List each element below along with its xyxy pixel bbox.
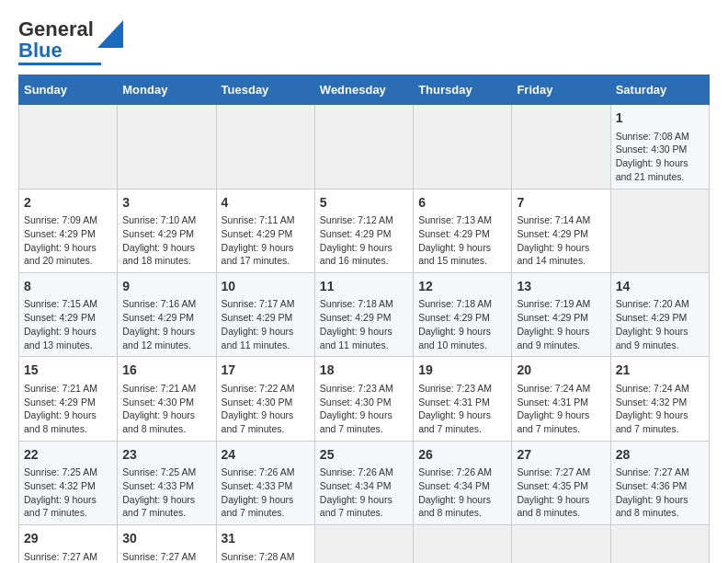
calendar-cell: 9 Sunrise: 7:16 AMSunset: 4:29 PMDayligh… xyxy=(118,272,216,356)
calendar-table: SundayMondayTuesdayWednesdayThursdayFrid… xyxy=(18,75,710,563)
day-info: Sunrise: 7:10 AMSunset: 4:29 PMDaylight:… xyxy=(122,213,210,268)
logo-blue: Blue xyxy=(18,39,63,62)
day-info: Sunrise: 7:22 AMSunset: 4:30 PMDaylight:… xyxy=(222,382,310,436)
calendar-cell xyxy=(314,524,413,563)
day-number: 25 xyxy=(320,446,408,465)
calendar-cell: 3 Sunrise: 7:10 AMSunset: 4:29 PMDayligh… xyxy=(118,189,216,272)
day-number: 16 xyxy=(122,362,210,380)
day-info: Sunrise: 7:23 AMSunset: 4:31 PMDaylight:… xyxy=(418,382,506,436)
day-number: 18 xyxy=(320,362,408,380)
calendar-row: 8 Sunrise: 7:15 AMSunset: 4:29 PMDayligh… xyxy=(19,272,710,356)
day-info: Sunrise: 7:20 AMSunset: 4:29 PMDaylight:… xyxy=(616,297,704,351)
calendar-cell: 20 Sunrise: 7:24 AMSunset: 4:31 PMDaylig… xyxy=(512,357,610,441)
calendar-cell: 6 Sunrise: 7:13 AMSunset: 4:29 PMDayligh… xyxy=(414,189,512,272)
day-info: Sunrise: 7:21 AMSunset: 4:29 PMDaylight:… xyxy=(24,382,112,436)
day-info: Sunrise: 7:18 AMSunset: 4:29 PMDaylight:… xyxy=(418,297,506,351)
calendar-cell: 21 Sunrise: 7:24 AMSunset: 4:32 PMDaylig… xyxy=(610,357,709,441)
day-number: 12 xyxy=(418,278,506,296)
calendar-cell: 1 Sunrise: 7:08 AMSunset: 4:30 PMDayligh… xyxy=(610,105,709,189)
day-number: 4 xyxy=(222,194,310,213)
day-number: 10 xyxy=(222,278,310,296)
calendar-cell: 18 Sunrise: 7:23 AMSunset: 4:30 PMDaylig… xyxy=(314,357,413,441)
calendar-cell: 31 Sunrise: 7:28 AMSunset: 4:38 PMDaylig… xyxy=(216,524,314,563)
day-info: Sunrise: 7:21 AMSunset: 4:30 PMDaylight:… xyxy=(122,382,210,436)
calendar-cell: 29 Sunrise: 7:27 AMSunset: 4:37 PMDaylig… xyxy=(19,524,118,563)
calendar-cell xyxy=(610,524,709,563)
empty-cell xyxy=(512,105,610,189)
day-number: 21 xyxy=(616,362,704,380)
day-info: Sunrise: 7:25 AMSunset: 4:32 PMDaylight:… xyxy=(24,465,112,520)
calendar-cell: 2 Sunrise: 7:09 AMSunset: 4:29 PMDayligh… xyxy=(19,189,118,272)
day-number: 14 xyxy=(616,278,704,296)
calendar-cell xyxy=(512,524,610,563)
day-info: Sunrise: 7:15 AMSunset: 4:29 PMDaylight:… xyxy=(24,297,112,351)
day-info: Sunrise: 7:18 AMSunset: 4:29 PMDaylight:… xyxy=(320,297,408,351)
day-number: 23 xyxy=(122,446,210,465)
day-number: 22 xyxy=(24,446,112,465)
day-info: Sunrise: 7:08 AMSunset: 4:30 PMDaylight:… xyxy=(616,130,704,184)
calendar-cell: 10 Sunrise: 7:17 AMSunset: 4:29 PMDaylig… xyxy=(216,272,314,356)
calendar-cell: 30 Sunrise: 7:27 AMSunset: 4:37 PMDaylig… xyxy=(118,524,216,563)
calendar-cell: 14 Sunrise: 7:20 AMSunset: 4:29 PMDaylig… xyxy=(610,272,709,356)
header-wednesday: Wednesday xyxy=(314,75,413,105)
calendar-cell: 12 Sunrise: 7:18 AMSunset: 4:29 PMDaylig… xyxy=(414,272,512,356)
day-number: 30 xyxy=(122,530,210,548)
calendar-cell: 27 Sunrise: 7:27 AMSunset: 4:35 PMDaylig… xyxy=(512,441,610,524)
day-number: 26 xyxy=(418,446,506,465)
logo: General Blue xyxy=(18,18,123,65)
calendar-cell: 26 Sunrise: 7:26 AMSunset: 4:34 PMDaylig… xyxy=(414,441,512,524)
logo-general: General xyxy=(18,17,94,40)
day-info: Sunrise: 7:27 AMSunset: 4:36 PMDaylight:… xyxy=(616,465,704,520)
day-info: Sunrise: 7:14 AMSunset: 4:29 PMDaylight:… xyxy=(517,213,605,268)
calendar-cell: 17 Sunrise: 7:22 AMSunset: 4:30 PMDaylig… xyxy=(216,357,314,441)
empty-cell xyxy=(314,105,413,189)
day-number: 11 xyxy=(320,278,408,296)
day-info: Sunrise: 7:16 AMSunset: 4:29 PMDaylight:… xyxy=(122,297,210,351)
day-info: Sunrise: 7:17 AMSunset: 4:29 PMDaylight:… xyxy=(222,297,310,351)
day-number: 28 xyxy=(616,446,704,465)
header-row: SundayMondayTuesdayWednesdayThursdayFrid… xyxy=(19,75,710,105)
day-number: 7 xyxy=(517,194,605,213)
calendar-row: 29 Sunrise: 7:27 AMSunset: 4:37 PMDaylig… xyxy=(19,524,710,563)
calendar-cell: 22 Sunrise: 7:25 AMSunset: 4:32 PMDaylig… xyxy=(19,441,118,524)
day-info: Sunrise: 7:19 AMSunset: 4:29 PMDaylight:… xyxy=(517,297,605,351)
day-number: 31 xyxy=(222,530,310,548)
day-info: Sunrise: 7:25 AMSunset: 4:33 PMDaylight:… xyxy=(122,465,210,520)
day-info: Sunrise: 7:11 AMSunset: 4:29 PMDaylight:… xyxy=(222,213,310,268)
day-info: Sunrise: 7:26 AMSunset: 4:33 PMDaylight:… xyxy=(222,465,310,520)
header-friday: Friday xyxy=(512,75,610,105)
calendar-cell: 24 Sunrise: 7:26 AMSunset: 4:33 PMDaylig… xyxy=(216,441,314,524)
header-tuesday: Tuesday xyxy=(216,75,314,105)
day-info: Sunrise: 7:24 AMSunset: 4:31 PMDaylight:… xyxy=(517,382,605,436)
logo-icon xyxy=(97,20,123,48)
day-info: Sunrise: 7:12 AMSunset: 4:29 PMDaylight:… xyxy=(320,213,408,268)
calendar-row: 1 Sunrise: 7:08 AMSunset: 4:30 PMDayligh… xyxy=(19,105,710,189)
page-header: General Blue xyxy=(18,18,710,65)
day-info: Sunrise: 7:26 AMSunset: 4:34 PMDaylight:… xyxy=(418,465,506,520)
logo-underline xyxy=(18,63,101,65)
calendar-cell xyxy=(414,524,512,563)
calendar-cell: 13 Sunrise: 7:19 AMSunset: 4:29 PMDaylig… xyxy=(512,272,610,356)
calendar-row: 15 Sunrise: 7:21 AMSunset: 4:29 PMDaylig… xyxy=(19,357,710,441)
day-info: Sunrise: 7:27 AMSunset: 4:37 PMDaylight:… xyxy=(122,550,210,564)
calendar-cell: 25 Sunrise: 7:26 AMSunset: 4:34 PMDaylig… xyxy=(314,441,413,524)
day-number: 1 xyxy=(616,109,704,128)
header-sunday: Sunday xyxy=(19,75,118,105)
day-number: 13 xyxy=(517,278,605,296)
header-saturday: Saturday xyxy=(610,75,709,105)
day-info: Sunrise: 7:26 AMSunset: 4:34 PMDaylight:… xyxy=(320,465,408,520)
day-number: 17 xyxy=(222,362,310,380)
calendar-row: 2 Sunrise: 7:09 AMSunset: 4:29 PMDayligh… xyxy=(19,189,710,272)
calendar-cell: 4 Sunrise: 7:11 AMSunset: 4:29 PMDayligh… xyxy=(216,189,314,272)
day-number: 5 xyxy=(320,194,408,213)
calendar-header: SundayMondayTuesdayWednesdayThursdayFrid… xyxy=(19,75,710,105)
calendar-cell: 5 Sunrise: 7:12 AMSunset: 4:29 PMDayligh… xyxy=(314,189,413,272)
day-number: 15 xyxy=(24,362,112,380)
day-number: 2 xyxy=(24,194,112,213)
day-number: 6 xyxy=(418,194,506,213)
day-info: Sunrise: 7:27 AMSunset: 4:37 PMDaylight:… xyxy=(24,550,112,564)
day-number: 29 xyxy=(24,530,112,548)
calendar-cell: 16 Sunrise: 7:21 AMSunset: 4:30 PMDaylig… xyxy=(118,357,216,441)
svg-marker-0 xyxy=(97,20,123,48)
day-number: 8 xyxy=(24,278,112,296)
